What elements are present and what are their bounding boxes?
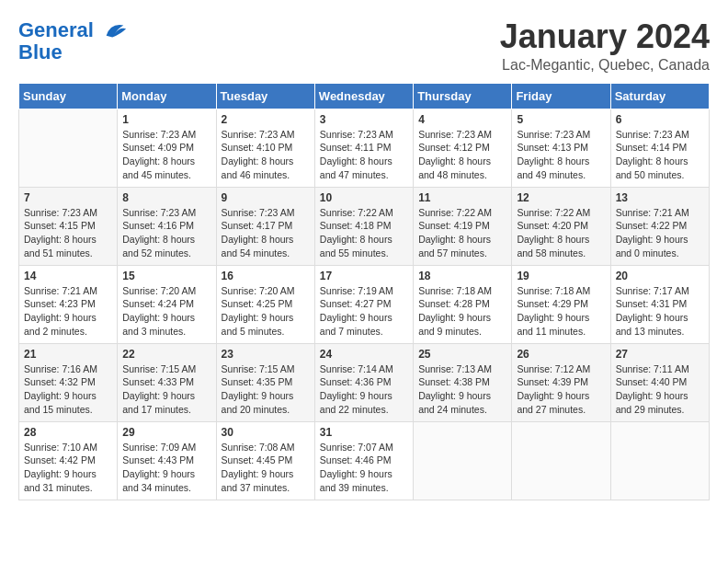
calendar-cell: 18Sunrise: 7:18 AMSunset: 4:28 PMDayligh… (414, 265, 512, 343)
day-number: 25 (418, 348, 506, 361)
calendar-cell: 27Sunrise: 7:11 AMSunset: 4:40 PMDayligh… (610, 343, 709, 421)
day-info: Sunrise: 7:23 AMSunset: 4:17 PMDaylight:… (222, 206, 310, 260)
calendar-week-row: 28Sunrise: 7:10 AMSunset: 4:42 PMDayligh… (19, 421, 710, 500)
day-number: 1 (122, 113, 210, 126)
weekday-header: Wednesday (314, 83, 413, 109)
calendar-cell: 6Sunrise: 7:23 AMSunset: 4:14 PMDaylight… (610, 109, 709, 187)
day-info: Sunrise: 7:23 AMSunset: 4:10 PMDaylight:… (222, 128, 310, 182)
day-info: Sunrise: 7:20 AMSunset: 4:25 PMDaylight:… (222, 284, 310, 339)
calendar-header-row: SundayMondayTuesdayWednesdayThursdayFrid… (19, 83, 710, 109)
month-title: January 2024 (500, 18, 710, 55)
day-info: Sunrise: 7:23 AMSunset: 4:12 PMDaylight:… (418, 128, 506, 182)
day-number: 6 (616, 113, 704, 126)
calendar-cell: 26Sunrise: 7:12 AMSunset: 4:39 PMDayligh… (512, 343, 610, 421)
calendar-cell: 21Sunrise: 7:16 AMSunset: 4:32 PMDayligh… (19, 343, 118, 421)
calendar-cell: 11Sunrise: 7:22 AMSunset: 4:19 PMDayligh… (414, 187, 512, 265)
logo: General Blue (18, 18, 128, 64)
weekday-header: Tuesday (216, 83, 314, 109)
calendar-cell: 3Sunrise: 7:23 AMSunset: 4:11 PMDaylight… (314, 109, 413, 187)
calendar-cell (19, 109, 118, 187)
page-header: General Blue January 2024 Lac-Megantic, … (18, 18, 710, 74)
calendar-cell (610, 421, 709, 500)
day-number: 9 (222, 191, 310, 204)
day-number: 23 (222, 348, 310, 361)
calendar-cell: 7Sunrise: 7:23 AMSunset: 4:15 PMDaylight… (19, 187, 118, 265)
day-number: 30 (222, 426, 310, 439)
day-info: Sunrise: 7:23 AMSunset: 4:11 PMDaylight:… (320, 128, 408, 182)
day-info: Sunrise: 7:23 AMSunset: 4:14 PMDaylight:… (616, 128, 704, 182)
calendar-cell: 10Sunrise: 7:22 AMSunset: 4:18 PMDayligh… (314, 187, 413, 265)
day-number: 17 (320, 270, 408, 282)
day-info: Sunrise: 7:22 AMSunset: 4:20 PMDaylight:… (517, 206, 605, 260)
calendar-cell: 8Sunrise: 7:23 AMSunset: 4:16 PMDaylight… (118, 187, 216, 265)
weekday-header: Monday (118, 83, 216, 109)
calendar-cell: 25Sunrise: 7:13 AMSunset: 4:38 PMDayligh… (414, 343, 512, 421)
weekday-header: Sunday (19, 83, 118, 109)
day-info: Sunrise: 7:15 AMSunset: 4:33 PMDaylight:… (122, 362, 210, 417)
day-info: Sunrise: 7:07 AMSunset: 4:46 PMDaylight:… (320, 441, 408, 495)
day-info: Sunrise: 7:14 AMSunset: 4:36 PMDaylight:… (320, 362, 408, 417)
location-subtitle: Lac-Megantic, Quebec, Canada (500, 57, 710, 74)
day-info: Sunrise: 7:13 AMSunset: 4:38 PMDaylight:… (418, 362, 506, 417)
calendar-cell: 19Sunrise: 7:18 AMSunset: 4:29 PMDayligh… (512, 265, 610, 343)
calendar-cell: 30Sunrise: 7:08 AMSunset: 4:45 PMDayligh… (216, 421, 314, 500)
title-block: January 2024 Lac-Megantic, Quebec, Canad… (500, 18, 710, 74)
day-number: 27 (616, 348, 704, 361)
day-info: Sunrise: 7:09 AMSunset: 4:43 PMDaylight:… (122, 441, 210, 495)
calendar-cell: 16Sunrise: 7:20 AMSunset: 4:25 PMDayligh… (216, 265, 314, 343)
day-number: 3 (320, 113, 408, 126)
calendar-cell: 24Sunrise: 7:14 AMSunset: 4:36 PMDayligh… (314, 343, 413, 421)
logo-bird-icon (102, 18, 128, 44)
calendar-cell: 13Sunrise: 7:21 AMSunset: 4:22 PMDayligh… (610, 187, 709, 265)
weekday-header: Friday (512, 83, 610, 109)
day-info: Sunrise: 7:17 AMSunset: 4:31 PMDaylight:… (616, 284, 704, 339)
calendar-cell: 12Sunrise: 7:22 AMSunset: 4:20 PMDayligh… (512, 187, 610, 265)
day-info: Sunrise: 7:23 AMSunset: 4:09 PMDaylight:… (122, 128, 210, 182)
calendar-week-row: 14Sunrise: 7:21 AMSunset: 4:23 PMDayligh… (19, 265, 710, 343)
day-info: Sunrise: 7:18 AMSunset: 4:28 PMDaylight:… (418, 284, 506, 339)
calendar-cell: 22Sunrise: 7:15 AMSunset: 4:33 PMDayligh… (118, 343, 216, 421)
day-info: Sunrise: 7:21 AMSunset: 4:22 PMDaylight:… (616, 206, 704, 260)
calendar-week-row: 1Sunrise: 7:23 AMSunset: 4:09 PMDaylight… (19, 109, 710, 187)
calendar-cell: 31Sunrise: 7:07 AMSunset: 4:46 PMDayligh… (314, 421, 413, 500)
day-number: 12 (517, 191, 605, 204)
calendar-cell: 15Sunrise: 7:20 AMSunset: 4:24 PMDayligh… (118, 265, 216, 343)
calendar-cell: 28Sunrise: 7:10 AMSunset: 4:42 PMDayligh… (19, 421, 118, 500)
day-number: 10 (320, 191, 408, 204)
day-info: Sunrise: 7:21 AMSunset: 4:23 PMDaylight:… (24, 284, 112, 339)
day-number: 28 (24, 426, 112, 439)
calendar-cell: 20Sunrise: 7:17 AMSunset: 4:31 PMDayligh… (610, 265, 709, 343)
day-info: Sunrise: 7:19 AMSunset: 4:27 PMDaylight:… (320, 284, 408, 339)
day-number: 26 (517, 348, 605, 361)
day-info: Sunrise: 7:08 AMSunset: 4:45 PMDaylight:… (222, 441, 310, 495)
day-info: Sunrise: 7:18 AMSunset: 4:29 PMDaylight:… (517, 284, 605, 339)
day-number: 22 (122, 348, 210, 361)
day-number: 21 (24, 348, 112, 361)
calendar-cell (414, 421, 512, 500)
day-info: Sunrise: 7:11 AMSunset: 4:40 PMDaylight:… (616, 362, 704, 417)
weekday-header: Thursday (414, 83, 512, 109)
day-number: 2 (222, 113, 310, 126)
calendar-table: SundayMondayTuesdayWednesdayThursdayFrid… (18, 83, 710, 500)
calendar-cell: 2Sunrise: 7:23 AMSunset: 4:10 PMDaylight… (216, 109, 314, 187)
day-number: 14 (24, 270, 112, 282)
day-number: 15 (122, 270, 210, 282)
day-number: 7 (24, 191, 112, 204)
day-info: Sunrise: 7:23 AMSunset: 4:15 PMDaylight:… (24, 206, 112, 260)
day-info: Sunrise: 7:16 AMSunset: 4:32 PMDaylight:… (24, 362, 112, 417)
day-number: 20 (616, 270, 704, 282)
calendar-cell: 17Sunrise: 7:19 AMSunset: 4:27 PMDayligh… (314, 265, 413, 343)
day-number: 11 (418, 191, 506, 204)
day-number: 24 (320, 348, 408, 361)
day-info: Sunrise: 7:22 AMSunset: 4:18 PMDaylight:… (320, 206, 408, 260)
calendar-week-row: 21Sunrise: 7:16 AMSunset: 4:32 PMDayligh… (19, 343, 710, 421)
calendar-cell: 4Sunrise: 7:23 AMSunset: 4:12 PMDaylight… (414, 109, 512, 187)
day-number: 29 (122, 426, 210, 439)
day-number: 19 (517, 270, 605, 282)
day-info: Sunrise: 7:23 AMSunset: 4:16 PMDaylight:… (122, 206, 210, 260)
calendar-cell: 5Sunrise: 7:23 AMSunset: 4:13 PMDaylight… (512, 109, 610, 187)
day-info: Sunrise: 7:20 AMSunset: 4:24 PMDaylight:… (122, 284, 210, 339)
calendar-cell: 1Sunrise: 7:23 AMSunset: 4:09 PMDaylight… (118, 109, 216, 187)
weekday-header: Saturday (610, 83, 709, 109)
day-number: 16 (222, 270, 310, 282)
